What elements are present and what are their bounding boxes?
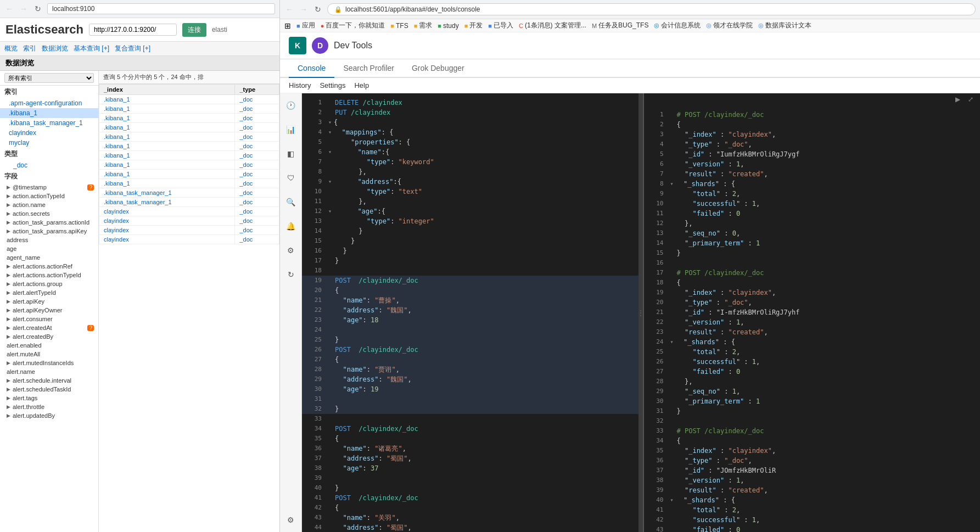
bookmark-study[interactable]: ■ study [438, 22, 458, 30]
tab-console[interactable]: Console [289, 59, 334, 78]
table-row[interactable]: clayindex_doc [99, 235, 279, 244]
input-editor[interactable]: 1DELETE /clayindex2PUT /clayindex3▾{4▾ "… [302, 93, 639, 532]
bookmark-dev[interactable]: ■ 开发 [464, 21, 483, 30]
index-item-kibana-task[interactable]: .kibana_task_manager_1 [0, 118, 98, 128]
sidebar-icon-refresh[interactable]: ↻ [283, 267, 299, 282]
sidebar-icon-layers[interactable]: ◧ [283, 146, 299, 161]
field-alert-enabled[interactable]: alert.enabled [0, 341, 98, 350]
toolbar-help[interactable]: Help [354, 81, 369, 89]
field-alert-name[interactable]: alert.name [0, 367, 98, 376]
field-alert-createdat[interactable]: alert.createdAt ? [0, 323, 98, 332]
table-row[interactable]: .kibana_1_doc [99, 95, 279, 104]
output-expand-button[interactable]: ⤢ [966, 94, 976, 104]
bookmark-demand[interactable]: ■ 需求 [414, 21, 433, 30]
bookmark-db-design[interactable]: ◎ 数据库设计文本 [758, 21, 811, 30]
nav-overview[interactable]: 概览 [4, 44, 18, 53]
field-alert-throttle[interactable]: alert.throttle [0, 402, 98, 411]
table-row[interactable]: .kibana_1_doc [99, 132, 279, 142]
index-item-kibana[interactable]: .kibana_1 [0, 108, 98, 118]
index-item-myclay[interactable]: myclay [0, 138, 98, 148]
sidebar-icon-shield[interactable]: 🛡 [283, 170, 299, 186]
field-alert-scheduledtaskid[interactable]: alert.scheduledTaskId [0, 385, 98, 394]
field-alert-actions-group[interactable]: alert.actions.group [0, 279, 98, 288]
table-row[interactable]: .kibana_1_doc [99, 151, 279, 160]
type-section-label[interactable]: 类型 [0, 148, 98, 160]
bookmark-baidu[interactable]: ● 百度一下，你就知道 [321, 21, 385, 30]
toolbar-history[interactable]: History [289, 81, 311, 89]
field-alert-apikey[interactable]: alert.apiKey [0, 297, 98, 306]
bookmark-online-school[interactable]: ◎ 领才在线学院 [706, 21, 753, 30]
field-alert-tags[interactable]: alert.tags [0, 394, 98, 402]
field-alert-mutedinstanceids[interactable]: alert.mutedInstanceIds [0, 359, 98, 367]
nav-complex-query[interactable]: 复合查询 [+] [115, 44, 150, 53]
sidebar-icon-tool[interactable]: ⚙ [283, 243, 299, 258]
field-alert-createdby[interactable]: alert.createdBy [0, 332, 98, 341]
forward-button[interactable]: → [19, 4, 29, 14]
field-alert-consumer[interactable]: alert.consumer [0, 315, 98, 323]
type-item-doc[interactable]: _doc [0, 160, 98, 170]
bookmark-imported[interactable]: ■ 已导入 [488, 21, 513, 30]
field-action-name[interactable]: action.name [0, 200, 98, 209]
table-row[interactable]: .kibana_task_manager_1_doc [99, 198, 279, 207]
table-row[interactable]: .kibana_1_doc [99, 179, 279, 188]
table-row[interactable]: clayindex_doc [99, 216, 279, 226]
index-item-apm[interactable]: .apm-agent-configuration [0, 98, 98, 108]
field-action-task-actionid[interactable]: action_task_params.actionId [0, 218, 98, 227]
tab-grok-debugger[interactable]: Grok Debugger [403, 59, 473, 78]
field-action-secrets[interactable]: action.secrets [0, 209, 98, 218]
table-row[interactable]: .kibana_task_manager_1_doc [99, 188, 279, 198]
index-section-label[interactable]: 索引 [0, 86, 98, 98]
table-row[interactable]: .kibana_1_doc [99, 114, 279, 123]
nav-index[interactable]: 索引 [23, 44, 36, 53]
field-alert-actions-actiontypeid[interactable]: alert.actions.actionTypeId [0, 271, 98, 279]
back-button[interactable]: ← [4, 4, 14, 14]
index-item-clayindex[interactable]: clayindex [0, 128, 98, 138]
es-connect-button[interactable]: 连接 [182, 23, 206, 37]
sidebar-icon-bell[interactable]: 🔔 [283, 219, 299, 234]
field-alert-muteall[interactable]: alert.muteAll [0, 350, 98, 359]
table-row[interactable]: .kibana_1_doc [99, 142, 279, 151]
field-alert-schedule-interval[interactable]: alert.schedule.interval [0, 376, 98, 385]
field-alert-updatedby[interactable]: alert.updatedBy [0, 411, 98, 420]
bookmark-message[interactable]: C (1条消息) 文案管理... [519, 21, 586, 30]
kibana-refresh-button[interactable]: ↻ [313, 4, 323, 14]
field-section-label[interactable]: 字段 [0, 170, 98, 183]
tab-search-profiler[interactable]: Search Profiler [334, 59, 403, 78]
bookmark-bugtracker[interactable]: M 任务及BUG_TFS [592, 21, 649, 30]
kibana-back-button[interactable]: ← [284, 4, 294, 14]
sidebar-icon-chart[interactable]: 📊 [283, 122, 299, 137]
kibana-address-bar[interactable]: 🔒 localhost:5601/app/kibana#/dev_tools/c… [327, 3, 976, 15]
es-connect-url-input[interactable] [89, 24, 177, 36]
table-row[interactable]: .kibana_1_doc [99, 104, 279, 114]
field-timestamp[interactable]: @timestamp ? [0, 183, 98, 192]
field-address[interactable]: address [0, 236, 98, 244]
output-copy-button[interactable]: ▶ [953, 94, 962, 104]
bookmark-accounting[interactable]: ◎ 会计信息系统 [654, 21, 701, 30]
refresh-button[interactable]: ↻ [33, 4, 43, 14]
left-address-bar[interactable]: localhost:9100 [47, 3, 275, 14]
nav-data-browse[interactable]: 数据浏览 [42, 44, 68, 53]
sidebar-icon-clock[interactable]: 🕐 [283, 98, 299, 113]
table-row[interactable]: .kibana_1_doc [99, 160, 279, 170]
field-action-task-apikey[interactable]: action_task_params.apiKey [0, 227, 98, 236]
bookmark-apps[interactable]: ■ 应用 [296, 21, 315, 30]
table-row[interactable]: .kibana_1_doc [99, 170, 279, 179]
field-agent-name[interactable]: agent_name [0, 253, 98, 262]
field-action-actiontypeid[interactable]: action.actionTypeId [0, 192, 98, 200]
nav-basic-query[interactable]: 基本查询 [+] [74, 44, 109, 53]
field-alert-alerttypeid[interactable]: alert.alertTypeId [0, 288, 98, 297]
field-alert-apikeyowner[interactable]: alert.apiKeyOwner [0, 306, 98, 315]
sidebar-icon-search[interactable]: 🔍 [283, 194, 299, 210]
toolbar-settings[interactable]: Settings [320, 81, 345, 89]
bookmark-tfs[interactable]: ■ TFS [390, 22, 408, 30]
console-input-panel[interactable]: 1DELETE /clayindex2PUT /clayindex3▾{4▾ "… [302, 93, 639, 532]
sidebar-icon-gear-bottom[interactable]: ⚙ [283, 512, 299, 528]
index-dropdown[interactable]: 所有索引 [4, 73, 94, 83]
field-age[interactable]: age [0, 244, 98, 253]
field-alert-actions-actionref[interactable]: alert.actions.actionRef [0, 262, 98, 271]
console-divider[interactable]: ⋮ [639, 93, 643, 532]
kibana-forward-button[interactable]: → [299, 4, 309, 14]
table-row[interactable]: clayindex_doc [99, 207, 279, 216]
table-row[interactable]: .kibana_1_doc [99, 123, 279, 132]
table-row[interactable]: clayindex_doc [99, 226, 279, 235]
